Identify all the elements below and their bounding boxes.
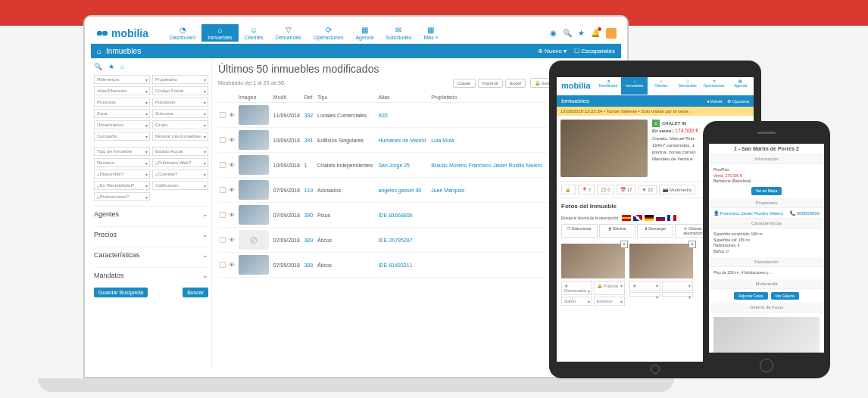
- star-icon[interactable]: ★: [578, 29, 585, 37]
- thumbnail[interactable]: [239, 130, 269, 150]
- iconbar-item[interactable]: 📍7: [578, 185, 595, 194]
- side-icon[interactable]: 🔍: [94, 63, 102, 70]
- filter-provincia[interactable]: Provincia: [94, 98, 150, 107]
- col-header[interactable]: Alias: [376, 92, 429, 103]
- col-header[interactable]: Modif.: [272, 92, 303, 103]
- filter-urbanizaci-n[interactable]: Urbanización: [94, 120, 150, 129]
- row-checkbox[interactable]: [220, 187, 226, 193]
- gallery-privacy[interactable]: 🔒 Pública: [594, 281, 625, 295]
- flag-en[interactable]: [633, 215, 642, 221]
- back-button[interactable]: ◂ Volver: [707, 98, 723, 104]
- tablet-nav-clientes[interactable]: ☺Clientes: [648, 77, 674, 95]
- flag-de[interactable]: [645, 215, 654, 221]
- toggle-icon[interactable]: ◉: [550, 29, 557, 37]
- close-icon[interactable]: ×: [688, 241, 696, 248]
- phone-ref[interactable]: 📞 000000036: [790, 210, 820, 216]
- excel-button[interactable]: Excel: [505, 79, 526, 88]
- copiar-button[interactable]: Copiar: [453, 79, 476, 88]
- owner-link[interactable]: 👤 Francisco Javier Rosillo Melero: [713, 210, 783, 216]
- options-button[interactable]: ⚙ Opcione: [727, 98, 749, 104]
- col-header[interactable]: Tipo: [316, 92, 376, 103]
- eye-icon[interactable]: 👁: [229, 162, 235, 169]
- cell-ref[interactable]: 389: [302, 228, 316, 253]
- gallery-area[interactable]: [662, 292, 693, 297]
- col-header[interactable]: [227, 92, 236, 103]
- flag-ru[interactable]: [656, 215, 665, 221]
- iconbar-item[interactable]: 📷Multimedia: [659, 185, 695, 194]
- filter-mostrar-mis-inmuebles[interactable]: Mostrar mis inmuebles: [152, 132, 208, 141]
- eye-icon[interactable]: 👁: [229, 187, 235, 194]
- col-header[interactable]: Ref.: [302, 92, 316, 103]
- iconbar-item[interactable]: 📅17: [617, 185, 636, 194]
- row-checkbox[interactable]: [220, 237, 226, 243]
- gallery-area[interactable]: Exterior: [594, 297, 625, 306]
- cell-alias[interactable]: angeles gasset 90: [376, 178, 429, 203]
- gallery-room[interactable]: Salón: [561, 297, 592, 306]
- tablet-nav-agenda[interactable]: ▦Agenda: [727, 77, 754, 95]
- eye-icon[interactable]: 👁: [229, 237, 235, 244]
- flag-es[interactable]: [622, 215, 631, 221]
- filter--publicado-web-[interactable]: ¿Publicado Web?: [152, 158, 208, 167]
- cell-alias[interactable]: San Jorge 25: [376, 153, 429, 178]
- tablet-nav-operaciones[interactable]: ⟳Operaciones: [701, 77, 727, 95]
- imprimir-button[interactable]: Imprimir: [478, 79, 504, 88]
- filter-c-digo-postal[interactable]: Código Postal: [152, 86, 208, 95]
- nav-más »[interactable]: ▦Más »: [417, 24, 444, 42]
- cell-alias[interactable]: Humanes de Madrid: [376, 128, 429, 153]
- cell-owner[interactable]: Lola Mola: [429, 128, 548, 153]
- col-header[interactable]: Imagen: [237, 92, 272, 103]
- cell-ref[interactable]: 392: [302, 103, 316, 128]
- gallery-image[interactable]: ×: [561, 244, 625, 278]
- avatar[interactable]: [606, 28, 617, 39]
- cell-ref[interactable]: 1: [302, 153, 316, 178]
- tablet-nav-dashboard[interactable]: ◔Dashboard: [595, 77, 622, 95]
- section-precios[interactable]: Precios⌄: [94, 226, 208, 242]
- gallery-privacy[interactable]: [662, 281, 693, 291]
- new-button[interactable]: ⊕ Nuevo ▾: [538, 48, 567, 54]
- filter-zona[interactable]: Zona: [94, 109, 150, 118]
- cell-alias[interactable]: IDE-26795287: [376, 228, 429, 253]
- tablet-nav-demandas[interactable]: ▽Demandas: [674, 77, 701, 95]
- cell-owner[interactable]: [429, 253, 548, 278]
- thumbnail[interactable]: [239, 155, 269, 175]
- filter-alias-direcci-n[interactable]: Alias/Dirección: [94, 86, 150, 95]
- tool-button[interactable]: ⬇ Descargar: [637, 224, 673, 238]
- section-agentes[interactable]: Agentes⌄: [94, 206, 208, 222]
- nav-solicitudes[interactable]: ✉Solicitudes: [380, 24, 418, 42]
- phone-home-button[interactable]: [760, 359, 773, 372]
- filter-campa-a[interactable]: Campaña: [94, 132, 150, 141]
- filter-revisi-n[interactable]: Revisión: [94, 158, 150, 167]
- cell-alias[interactable]: A35: [376, 103, 429, 128]
- cell-owner[interactable]: [429, 103, 548, 128]
- save-search-button[interactable]: Guardar Búsqueda: [94, 288, 148, 297]
- filter-referencia[interactable]: Referencia: [94, 75, 150, 84]
- thumbnail[interactable]: [239, 105, 269, 125]
- eye-icon[interactable]: 👁: [229, 262, 235, 269]
- map-button[interactable]: Ver en Mapa: [751, 187, 782, 196]
- cell-owner[interactable]: Juan Márquez: [429, 178, 548, 203]
- eye-icon[interactable]: 👁: [229, 137, 235, 144]
- close-icon[interactable]: ×: [620, 241, 628, 248]
- cell-ref[interactable]: 391: [302, 128, 316, 153]
- nav-clientes[interactable]: ☺Clientes: [239, 24, 270, 42]
- logo[interactable]: mobilia: [95, 27, 148, 39]
- filter-estado-actual[interactable]: Estado Actual: [152, 147, 208, 156]
- eye-icon[interactable]: 👁: [229, 212, 235, 219]
- row-checkbox[interactable]: [220, 112, 226, 118]
- filter-tipo-de-inmueble[interactable]: Tipo de Inmueble: [94, 147, 150, 156]
- thumbnail[interactable]: [239, 205, 269, 225]
- cell-owner[interactable]: [429, 228, 548, 253]
- filter--cuentas-[interactable]: ¿Cuentas?: [152, 169, 208, 179]
- col-header[interactable]: Propietario: [429, 92, 548, 103]
- phone-gallery-image[interactable]: [713, 317, 820, 353]
- side-icon[interactable]: ⌂: [120, 63, 124, 70]
- showcases-button[interactable]: ☐ Escaparates: [574, 48, 615, 54]
- notification-icon[interactable]: 🔔: [591, 29, 600, 37]
- row-checkbox[interactable]: [220, 137, 226, 143]
- filter--disponible-[interactable]: ¿Disponible?: [94, 169, 150, 179]
- thumbnail[interactable]: [239, 255, 269, 275]
- gallery-image[interactable]: ×: [629, 244, 693, 278]
- filter-poblaci-n[interactable]: Población: [152, 98, 208, 107]
- tablet-home-button[interactable]: [651, 365, 660, 374]
- cell-alias[interactable]: IDE-81668806: [376, 203, 429, 228]
